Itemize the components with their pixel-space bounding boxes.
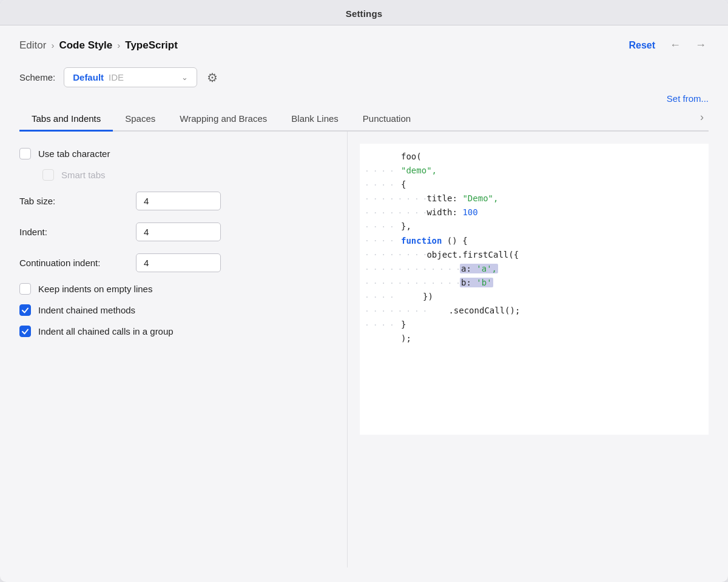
tab-spaces[interactable]: Spaces [113,109,167,132]
code-text-9: a: 'a', [460,262,704,276]
code-dots-7: · · · · [365,234,401,247]
code-dots-10: · · · · · · · · · · · · [365,276,460,289]
breadcrumb-typescript[interactable]: TypeScript [125,39,178,52]
code-text-11: }) [401,290,704,304]
indent-all-chained-calls-checkbox[interactable] [19,326,31,337]
code-line-7: · · · · function () { [360,234,709,248]
use-tab-character-label: Use tab character [38,149,110,159]
indent-all-chained-calls-label: Indent all chained calls in a group [38,326,174,336]
tab-size-input[interactable] [136,192,221,210]
code-dots-11: · · · · [365,290,401,303]
code-text-5: width: 100 [426,206,704,219]
continuation-indent-label: Continuation indent: [19,258,129,268]
indent-chained-methods-label: Indent chained methods [38,305,135,315]
set-from-row: Set from... [19,93,709,104]
back-button[interactable]: ← [667,38,683,53]
checkmark-icon [21,306,29,314]
tab-size-label: Tab size: [19,196,129,206]
code-line-11: · · · · }) [360,290,709,304]
indent-chained-methods-checkbox[interactable] [19,304,31,316]
code-text-12: .secondCall(); [426,304,704,318]
indent-input[interactable] [136,222,221,241]
breadcrumb-editor[interactable]: Editor [19,39,46,52]
left-panel: Use tab character Smart tabs Tab size: I… [19,132,347,567]
code-line-2: · · · · "demo", [360,164,709,178]
set-from-button[interactable]: Set from... [667,93,709,104]
breadcrumb-sep-2: › [117,40,120,50]
code-line-12: · · · · · · · · .secondCall(); [360,304,709,318]
code-text-4: title: "Demo", [426,192,704,206]
code-text-10: b: 'b' [460,276,704,290]
tab-blank-lines[interactable]: Blank Lines [279,109,351,132]
tabs-row: Tabs and Indents Spaces Wrapping and Bra… [19,106,709,132]
code-dots-2: · · · · [365,164,401,177]
gear-icon: ⚙ [207,71,218,84]
tab-wrapping-and-braces[interactable]: Wrapping and Braces [167,109,279,132]
tab-tabs-and-indents[interactable]: Tabs and Indents [19,109,113,132]
code-preview: foo( · · · · "demo", · · · · { · · · · · [360,144,709,435]
code-line-3: · · · · { [360,178,709,192]
continuation-indent-row: Continuation indent: [19,249,335,276]
forward-button[interactable]: → [693,38,709,53]
use-tab-character-row: Use tab character [19,145,335,162]
content-area: Editor › Code Style › TypeScript Reset ←… [0,25,728,582]
gear-button[interactable]: ⚙ [206,69,219,86]
code-text-1: foo( [401,150,704,164]
checkmark2-icon [21,327,29,335]
scheme-dropdown-arrow-icon: ⌄ [181,73,188,82]
code-text-13: } [401,318,704,332]
use-tab-character-checkbox[interactable] [19,148,31,159]
breadcrumb-sep-1: › [51,40,54,50]
scheme-dropdown[interactable]: Default IDE ⌄ [64,67,197,87]
window-title: Settings [346,8,382,19]
code-text-8: object.firstCall({ [426,248,704,262]
scheme-row: Scheme: Default IDE ⌄ ⚙ [19,67,709,87]
scheme-value-gray: IDE [109,72,177,82]
keep-indents-row: Keep indents on empty lines [19,280,335,298]
code-line-1: foo( [360,150,709,164]
code-dots-13: · · · · [365,318,401,331]
title-bar: Settings [0,0,728,25]
code-dots-5: · · · · · · · · [365,206,426,219]
reset-button[interactable]: Reset [626,39,658,52]
smart-tabs-checkbox[interactable] [42,169,54,181]
code-text-6: }, [401,219,704,233]
smart-tabs-label: Smart tabs [61,170,106,180]
scheme-value-blue: Default [73,72,104,82]
code-text-14: ); [401,332,704,346]
code-text-3: { [401,178,704,192]
code-dots-9: · · · · · · · · · · · · [365,263,460,275]
indent-all-chained-calls-row: Indent all chained calls in a group [19,323,335,340]
code-line-9: · · · · · · · · · · · · a: 'a', [360,262,709,276]
code-text-7: function () { [401,234,704,248]
indent-row: Indent: [19,218,335,246]
breadcrumb-codestyle[interactable]: Code Style [59,39,112,52]
breadcrumb-row: Editor › Code Style › TypeScript Reset ←… [19,38,709,53]
code-text-2: "demo", [401,164,704,178]
code-dots-4: · · · · · · · · [365,192,426,205]
code-dots-3: · · · · [365,178,401,191]
indent-label: Indent: [19,227,129,237]
continuation-indent-input[interactable] [136,253,221,272]
keep-indents-label: Keep indents on empty lines [38,284,152,294]
right-panel: foo( · · · · "demo", · · · · { · · · · · [347,132,709,567]
keep-indents-checkbox[interactable] [19,283,31,295]
tab-punctuation[interactable]: Punctuation [351,109,423,132]
breadcrumb-actions: Reset ← → [626,38,709,53]
tab-more-icon[interactable]: › [695,106,709,132]
indent-chained-methods-row: Indent chained methods [19,301,335,319]
tab-size-row: Tab size: [19,187,335,215]
code-line-4: · · · · · · · · title: "Demo", [360,192,709,206]
main-split: Use tab character Smart tabs Tab size: I… [19,132,709,567]
code-dots-12: · · · · · · · · [365,304,426,317]
code-line-10: · · · · · · · · · · · · b: 'b' [360,276,709,290]
code-line-6: · · · · }, [360,219,709,233]
settings-window: Settings Editor › Code Style › TypeScrip… [0,0,728,582]
code-line-13: · · · · } [360,318,709,332]
code-line-5: · · · · · · · · width: 100 [360,206,709,219]
smart-tabs-row: Smart tabs [19,166,335,184]
code-dots-8: · · · · · · · · [365,248,426,261]
code-dots-6: · · · · [365,220,401,233]
scheme-label: Scheme: [19,72,55,82]
code-line-8: · · · · · · · · object.firstCall({ [360,248,709,262]
